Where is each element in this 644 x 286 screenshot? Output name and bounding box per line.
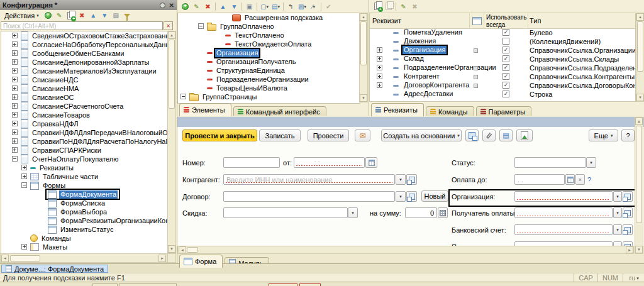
properties-list-button[interactable]: ▤ [111, 11, 121, 20]
expand-icon[interactable] [12, 138, 18, 144]
post-and-close-button[interactable]: Провести и закрыть [182, 129, 257, 141]
tree-item[interactable]: Команды [1, 234, 168, 243]
scroll-down-icon[interactable]: ▼ [636, 94, 644, 101]
tree-item[interactable]: СправкаНДФЛ [1, 119, 168, 128]
status-dropdown-button[interactable]: ▾ [586, 157, 596, 168]
tree-item[interactable]: Табличные части [1, 172, 168, 181]
tree-item[interactable]: Расширенная подсказка [178, 13, 360, 22]
tab-form[interactable]: Форма [179, 255, 223, 268]
attribute-row[interactable]: АдресДоставки✓Строка [370, 90, 636, 99]
bank-account-input[interactable] [514, 224, 613, 235]
amount-calc-button[interactable] [438, 207, 448, 218]
attribute-row[interactable]: Склад✓СправочникСсылка.Склады [370, 55, 636, 63]
scroll-thumb[interactable] [637, 21, 643, 72]
delete-button[interactable]: ✖ [203, 2, 213, 11]
number-input[interactable] [223, 157, 280, 168]
attachments-button[interactable] [482, 129, 496, 141]
attribute-row[interactable]: Организация✓СправочникСсылка.Организации [370, 46, 636, 55]
create-based-on-button[interactable]: Создать на основании▾ [381, 129, 462, 141]
more-button[interactable]: Еще▾ [589, 129, 618, 141]
scroll-thumb[interactable] [360, 21, 367, 65]
elements-vscrollbar[interactable]: ▲ ▼ [359, 13, 368, 102]
pin-icon[interactable] [160, 3, 165, 8]
tree-item[interactable]: СписаниеНМА [1, 84, 168, 93]
payment-due-help-link[interactable]: ? [587, 176, 591, 184]
scroll-down-icon[interactable]: ▼ [635, 246, 643, 253]
scroll-down-icon[interactable]: ▼ [360, 94, 367, 102]
config-tree-hscrollbar[interactable]: ◄ ► [0, 253, 167, 263]
send-email-button[interactable]: ✉ [355, 129, 370, 141]
expand-icon[interactable] [21, 165, 27, 170]
line-dd-button[interactable]: ∕▾ [308, 2, 319, 11]
date-calendar-button[interactable] [365, 157, 377, 168]
payment-due-clear-button[interactable]: × [575, 174, 585, 185]
collapse-icon[interactable] [12, 156, 18, 162]
status-input[interactable] [514, 157, 586, 168]
write-button[interactable]: Записать [259, 129, 301, 141]
copy-button[interactable] [383, 2, 394, 11]
tab-attributes[interactable]: Реквизиты [371, 103, 424, 116]
tree-item[interactable]: ТекстОплачено [178, 31, 360, 40]
tree-item[interactable]: СписаниеОС [1, 93, 168, 102]
scroll-up-icon[interactable]: ▲ [636, 13, 644, 21]
form-vscrollbar[interactable]: ▲ ▼ [635, 117, 643, 254]
apply-check-button[interactable]: ✔ [323, 2, 334, 11]
expand-icon[interactable] [12, 77, 18, 82]
tree-item[interactable]: ПодразделениеОрганизации [178, 75, 360, 84]
clear-search-icon[interactable]: ✕ [164, 21, 173, 30]
payment-due-input[interactable] [514, 174, 565, 185]
search-input[interactable] [1, 21, 163, 30]
use-always-checkbox[interactable]: ✓ [502, 91, 509, 97]
copy-add-button[interactable] [65, 11, 76, 20]
bank-account-dropdown-button[interactable]: ▾ [613, 224, 622, 235]
counterparty-input[interactable] [223, 174, 395, 185]
amount-input[interactable] [405, 207, 437, 218]
counterparty-dropdown-button[interactable]: ▾ [396, 174, 406, 185]
contract-dropdown-button[interactable]: ▾ [396, 191, 406, 202]
tree-item[interactable]: ГруппаСтраницы [178, 92, 360, 101]
counterparty-open-button[interactable] [406, 174, 417, 185]
tree-item[interactable]: СогласиеНаОбработкуПерсональныхДанных [1, 40, 168, 49]
move-down-button[interactable]: ▼ [229, 2, 240, 11]
config-tree-vscrollbar[interactable]: ▲ ▼ [167, 31, 176, 253]
actions-menu-button[interactable]: Действия ▾ [2, 11, 42, 20]
expand-icon[interactable] [12, 50, 18, 56]
expand-icon[interactable] [12, 41, 18, 47]
move-up-button[interactable]: ▲ [218, 2, 228, 11]
payment-due-calendar-button[interactable] [565, 174, 575, 185]
tree-item[interactable]: СписаниеДепонированнойЗарплаты [1, 58, 168, 67]
expand-icon[interactable] [12, 129, 18, 135]
attribute-row[interactable]: Контрагент✓СправочникСсылка.Контрагенты [370, 72, 636, 81]
expand-icon[interactable] [12, 147, 18, 153]
list-dd-button[interactable]: ▤▾ [270, 2, 281, 11]
expand-icon[interactable] [377, 74, 382, 79]
payee-dropdown-button[interactable]: ▾ [613, 207, 622, 218]
scroll-up-icon[interactable]: ▲ [635, 118, 643, 125]
help-button[interactable]: ? [621, 129, 635, 141]
organization-dropdown-button[interactable]: ▾ [613, 191, 622, 202]
tree-item[interactable]: СтруктурнаяЕдиница [178, 66, 360, 75]
list-button[interactable]: ▤ [499, 129, 513, 141]
move-down-button[interactable]: ▼ [99, 11, 110, 20]
tree-item[interactable]: СчетНаОплатуПокупателю [1, 155, 168, 163]
copy-add-button[interactable] [372, 2, 382, 11]
use-always-checkbox[interactable]: ✓ [502, 64, 509, 71]
tree-item[interactable]: ФормаСписка [1, 199, 168, 207]
scroll-left-icon[interactable]: ◄ [179, 246, 186, 253]
use-always-checkbox[interactable] [502, 38, 509, 45]
attribute-row[interactable]: ПометкаУдаления✓Булево [370, 28, 636, 37]
scroll-thumb[interactable] [636, 126, 642, 223]
organization-open-button[interactable] [623, 191, 633, 202]
edit-button[interactable]: ✎ [54, 11, 65, 20]
structure-button[interactable] [465, 129, 479, 141]
tree-item[interactable]: СправкиПоНДФЛДляРасчетаПоНалогуНаПрибыль [1, 137, 168, 146]
window-tab-form-document[interactable]: Докуме...: ФормаДокумента [1, 265, 108, 273]
tree-item[interactable]: Макеты [1, 243, 168, 251]
use-always-checkbox[interactable]: ✓ [502, 47, 509, 53]
scroll-right-icon[interactable]: ► [158, 255, 166, 262]
language-selector[interactable]: ru ▾ [623, 273, 644, 282]
collapse-icon[interactable] [21, 182, 27, 188]
window-dd-button[interactable]: ▢▾ [259, 2, 270, 11]
post-button[interactable]: Провести [308, 129, 349, 141]
organization-input[interactable] [514, 191, 613, 202]
